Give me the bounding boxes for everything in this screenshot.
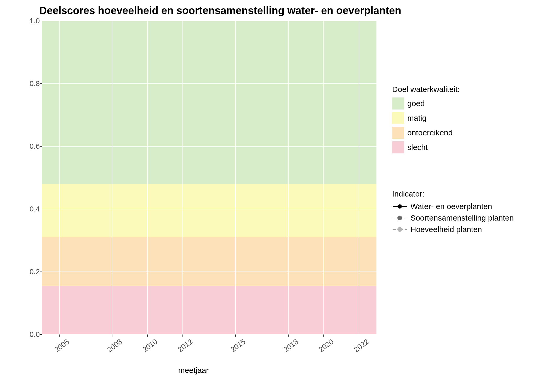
gridline-h (42, 272, 376, 272)
gridline-v (235, 21, 236, 335)
gridline-v (288, 21, 289, 335)
swatch-slecht (392, 141, 404, 153)
gridline-h (42, 209, 376, 209)
x-tick-label: 2020 (317, 337, 335, 354)
gridline-h (42, 146, 376, 147)
legend-indicators-title: Indicator: (392, 189, 539, 198)
chart-title: Deelscores hoeveelheid en soortensamenst… (39, 5, 401, 16)
legend-indicator-label: Water- en oeverplanten (410, 202, 492, 211)
x-tick-mark (182, 335, 183, 337)
legend-indicator-item: Soortensamenstelling planten (392, 214, 539, 222)
gridline-v (59, 21, 60, 335)
x-tick-mark (112, 335, 112, 337)
y-tick-mark (40, 21, 42, 21)
svg-point-1 (398, 204, 402, 209)
legend-dashed-line-icon (392, 226, 407, 233)
legend-band-item: slecht (392, 141, 539, 153)
band-goed (42, 21, 376, 184)
gridline-v (147, 21, 148, 335)
legend-indicators: Indicator: Water- en oeverplanten Soorte… (392, 189, 539, 237)
x-axis-label: meetjaar (178, 366, 209, 375)
swatch-ontoereikend (392, 127, 404, 139)
legend-band-label: ontoereikend (407, 128, 453, 137)
y-tick-mark (40, 334, 42, 335)
legend-band-label: matig (407, 114, 426, 123)
legend-dotted-line-icon (392, 214, 407, 222)
legend-band-label: goed (407, 99, 425, 108)
y-tick-label: 0.2 (24, 268, 40, 276)
gridline-h (42, 334, 376, 335)
x-tick-label: 2005 (53, 337, 71, 354)
legend-bands: Doel waterkwaliteit: goed matig ontoerei… (392, 85, 539, 156)
legend-band-item: goed (392, 97, 539, 109)
legend-band-label: slecht (407, 143, 428, 152)
legend-band-item: ontoereikend (392, 127, 539, 139)
gridline-v (182, 21, 183, 335)
x-tick-mark (323, 335, 324, 337)
x-tick-mark (59, 335, 60, 337)
band-slecht (42, 286, 376, 335)
x-tick-label: 2008 (106, 337, 124, 354)
y-tick-mark (40, 146, 42, 147)
y-tick-label: 0.0 (24, 330, 40, 339)
x-tick-label: 2018 (282, 337, 300, 354)
y-tick-label: 0.6 (24, 142, 40, 151)
gridline-v (323, 21, 324, 335)
y-tick-label: 0.4 (24, 205, 40, 213)
svg-point-3 (397, 216, 402, 220)
gridline-h (42, 21, 376, 21)
swatch-matig (392, 112, 404, 124)
x-tick-label: 2010 (141, 337, 159, 354)
y-tick-mark (40, 209, 42, 209)
svg-point-5 (397, 227, 402, 232)
x-tick-label: 2022 (352, 337, 370, 354)
legend-bands-title: Doel waterkwaliteit: (392, 85, 539, 94)
band-matig (42, 184, 376, 237)
band-ontoereikend (42, 237, 376, 286)
gridline-h (42, 83, 376, 84)
legend-indicator-label: Soortensamenstelling planten (410, 214, 514, 222)
y-tick-mark (40, 272, 42, 272)
plot-area (42, 21, 376, 335)
x-tick-label: 2012 (176, 337, 194, 354)
gridline-v (112, 21, 112, 335)
legend-indicator-item: Hoeveelheid planten (392, 225, 539, 234)
x-tick-mark (147, 335, 148, 337)
y-tick-label: 1.0 (24, 17, 40, 25)
swatch-goed (392, 97, 404, 109)
x-tick-label: 2015 (229, 337, 247, 354)
x-tick-mark (359, 335, 359, 337)
x-tick-mark (235, 335, 236, 337)
y-tick-label: 0.8 (24, 79, 40, 88)
legend-solid-line-icon (392, 203, 407, 210)
legend-indicator-label: Hoeveelheid planten (410, 225, 482, 234)
gridline-v (359, 21, 359, 335)
y-tick-mark (40, 83, 42, 84)
legend-band-item: matig (392, 112, 539, 124)
x-tick-mark (288, 335, 289, 337)
legend-indicator-item: Water- en oeverplanten (392, 202, 539, 211)
